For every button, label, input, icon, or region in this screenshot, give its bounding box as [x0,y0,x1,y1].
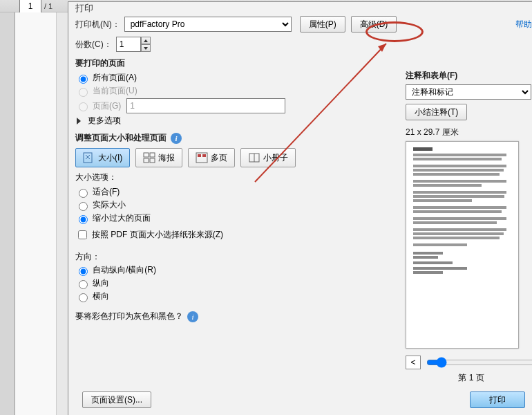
svg-rect-2 [150,153,155,157]
print-dialog: 打印 帮助 打印机(N)： pdfFactory Pro 属性(P) 高级(D)… [68,1,532,415]
poster-icon [143,152,155,163]
svg-rect-0 [84,153,92,163]
all-pages-label: 所有页面(A) [93,72,137,84]
page-navigator: / 1 [19,0,53,12]
page-total-label: / 1 [44,2,53,10]
all-pages-radio-input[interactable] [79,75,88,84]
booklet-icon [248,152,260,163]
comments-title: 注释和表单(F) [406,70,532,82]
svg-rect-4 [150,158,155,163]
actual-radio-input[interactable] [79,202,88,211]
multi-page-icon [196,152,208,163]
preview-slider[interactable] [426,357,532,368]
more-options-label: 更多选项 [88,115,121,127]
app-sidebar [0,12,15,415]
current-page-label: 当前页面(U) [93,85,137,97]
svg-rect-6 [198,154,201,157]
copies-down-button[interactable] [141,44,151,52]
properties-button[interactable]: 属性(P) [300,16,345,33]
printer-select[interactable]: pdfFactory Pro [124,17,292,32]
arrow-up-icon [144,39,148,42]
document-canvas [15,12,57,415]
size-mode-multi[interactable]: 多页 [188,148,235,167]
size-mode-poster[interactable]: 海报 [135,148,182,167]
printer-label: 打印机(N)： [75,19,120,30]
arrow-down-icon [144,47,148,50]
advanced-button[interactable]: 高级(D) [351,16,397,33]
size-mode-size[interactable]: 大小(I) [75,148,130,167]
preview-page-label: 第 1 页 [406,372,532,384]
pages-section-title: 要打印的页面 [75,57,532,69]
copies-input[interactable] [116,37,141,52]
page-number-input[interactable] [19,0,41,14]
copies-label: 份数(C)： [75,39,112,50]
preview-dimensions: 21 x 29.7 厘米 [406,127,532,138]
info-icon[interactable]: i [187,311,198,322]
comments-section: 注释和表单(F) 注释和标记 小结注释(T) [406,70,532,120]
printer-row: 打印机(N)： pdfFactory Pro 属性(P) 高级(D) [75,16,532,33]
size-icon [83,152,95,163]
page-range-label: 页面(G) [93,100,121,112]
page-range-radio-input [79,102,88,111]
portrait-input[interactable] [79,280,88,289]
paper-source-checkbox[interactable] [78,230,87,239]
info-icon[interactable]: i [171,133,182,144]
copies-spinner[interactable] [116,37,151,52]
dialog-title: 打印 [75,2,93,15]
dialog-bottom-row: 页面设置(S)... 打印 [82,391,525,408]
svg-rect-7 [202,154,206,157]
shrink-radio-input[interactable] [79,215,88,224]
auto-orient-input[interactable] [79,267,88,276]
print-button[interactable]: 打印 [470,391,525,408]
preview-slider-row: < [406,356,532,369]
summarize-comments-button[interactable]: 小结注释(T) [406,104,467,120]
svg-rect-1 [144,153,149,157]
landscape-input[interactable] [79,293,88,302]
svg-rect-3 [144,158,149,163]
preview-prev-button[interactable]: < [406,356,421,369]
triangle-collapsed-icon [77,118,81,124]
page-range-input [126,98,285,113]
current-page-radio-input [79,88,88,97]
copies-up-button[interactable] [141,37,151,44]
copies-row: 份数(C)： [75,37,532,52]
size-mode-booklet[interactable]: 小册子 [240,148,296,167]
print-preview [406,141,519,349]
preview-area: 21 x 29.7 厘米 [406,127,532,384]
fit-radio-input[interactable] [79,189,88,198]
comments-dropdown[interactable]: 注释和标记 [406,84,531,100]
page-setup-button[interactable]: 页面设置(S)... [82,391,151,408]
